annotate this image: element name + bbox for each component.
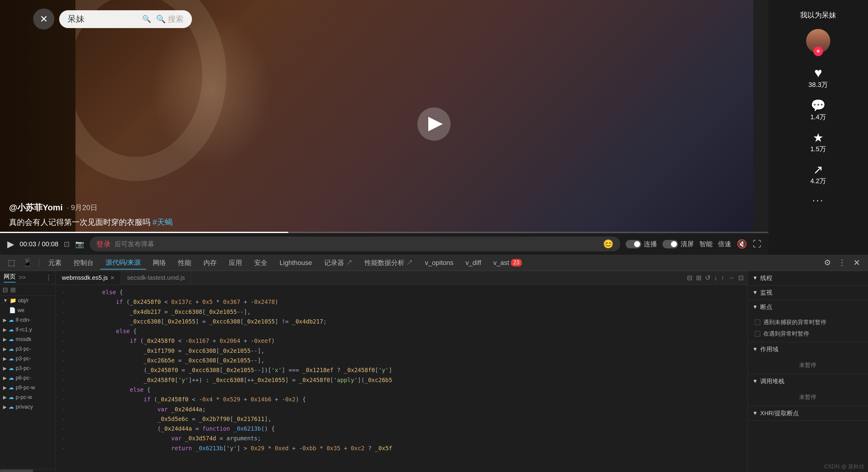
tab-lighthouse[interactable]: Lighthouse <box>274 257 317 269</box>
tab-memory[interactable]: 内存 <box>198 256 222 269</box>
scope-header[interactable]: ▼ 作用域 <box>748 342 868 356</box>
breakpoint-option-1[interactable]: 遇到未捕获的异常时暂停 <box>755 317 861 328</box>
volume-icon[interactable]: 🔇 <box>737 239 747 249</box>
tab-application[interactable]: 应用 <box>223 256 247 269</box>
threads-header[interactable]: ▼ 线程 <box>748 271 868 285</box>
connect-label: 连播 <box>644 240 657 249</box>
emoji-button[interactable]: 😊 <box>603 239 614 249</box>
tab-performance[interactable]: 性能 <box>173 256 197 269</box>
time-display: 00:03 / 00:08 <box>20 240 58 248</box>
tree-more-icon[interactable]: ⋮ <box>45 274 52 282</box>
comment-action[interactable]: 💬 1.4万 <box>810 98 826 122</box>
smart-label: 智能 <box>699 240 713 249</box>
file-item-p3-1[interactable]: ▶ ☁ p3-pc- <box>0 344 56 354</box>
hashtag: #天蝎 <box>152 218 172 227</box>
screenshot-icon[interactable]: ⊡ <box>64 240 70 248</box>
scope-section: ▼ 作用域 未暂停 <box>748 342 868 374</box>
code-editor[interactable]: - else { - if (_0x2458f0 < 0x137c + 0x5 … <box>56 285 747 472</box>
fullscreen-button[interactable]: ⛶ <box>753 239 761 249</box>
clear-toggle[interactable] <box>662 240 678 248</box>
like-action[interactable]: ♥ 38.3万 <box>809 65 828 89</box>
file-tree-header: 网页 >> ⋮ <box>0 271 56 284</box>
error-badge: 23 <box>511 259 522 266</box>
source-tab-secsdk[interactable]: secsdk-lastest.umd.js <box>121 271 191 285</box>
more-tabs-icon[interactable]: ⋮ <box>835 257 849 269</box>
file-item-privacy[interactable]: ▶ ☁ privacy <box>0 402 56 412</box>
file-item-mssdk[interactable]: ▶ ☁ mssdk <box>0 335 56 344</box>
tab-network[interactable]: 网络 <box>147 256 172 269</box>
tab-perf-analysis[interactable]: 性能数据分析 ↗ <box>359 256 418 269</box>
devtools-tabbar: ⬚ 📱 元素 控制台 源代码/来源 网络 性能 内存 应用 安全 Lightho… <box>0 255 868 271</box>
camera-icon[interactable]: 📷 <box>75 240 84 248</box>
monitor-header[interactable]: ▼ 监视 <box>748 285 868 300</box>
tab-v-diff[interactable]: v_diff <box>460 257 487 269</box>
more-pages-button[interactable]: >> <box>19 274 26 281</box>
file-item-lf-cdn[interactable]: ▶ ☁ lf-cdn- <box>0 315 56 325</box>
tab-sources[interactable]: 源代码/来源 <box>100 256 146 270</box>
star-action[interactable]: ★ 1.5万 <box>810 131 826 154</box>
file-item-p9[interactable]: ▶ ☁ p9-pc-w <box>0 383 56 392</box>
search-input[interactable] <box>68 14 137 24</box>
step-up-icon[interactable]: ↑ <box>721 274 724 282</box>
search-button[interactable]: 🔍 搜索 <box>156 14 184 25</box>
device-icon[interactable]: 📱 <box>20 257 35 269</box>
step-down-icon[interactable]: ↓ <box>714 274 717 282</box>
file-item-p3-2[interactable]: ▶ ☁ p3-pc- <box>0 354 56 364</box>
refresh-icon[interactable]: ↺ <box>705 274 710 282</box>
tab-console[interactable]: 控制台 <box>68 256 99 269</box>
xhr-header[interactable]: ▼ XHR/提取断点 <box>748 406 868 420</box>
share-count: 4.2万 <box>810 177 826 186</box>
code-line-12: - if (_0x2458f0 < -0x4 * 0x529 + 0x14b6 … <box>56 395 747 404</box>
checkbox-2[interactable] <box>755 331 760 337</box>
tab-recorder[interactable]: 记录器 ↗ <box>319 256 358 269</box>
watermark: CSDN @ 菜秋丝 <box>824 463 864 470</box>
sidebar-toggle-icon[interactable]: ⊟ <box>2 286 8 294</box>
connect-toggle[interactable] <box>626 240 641 248</box>
file-item-we[interactable]: 📄 we <box>0 306 56 315</box>
speed-label: 倍速 <box>718 240 731 249</box>
split-vertical-icon[interactable]: ⊞ <box>696 274 702 282</box>
video-section: ✕ 🔍 🔍 搜索 @小苏菲Yomi · 9月20日 真的会有人记得第一次见面时穿… <box>0 0 868 255</box>
more-action[interactable]: ··· <box>812 195 824 206</box>
breakpoints-content: 遇到未捕获的异常时暂停 在遇到异常时暂停 <box>748 314 868 342</box>
share-action[interactable]: ↗ 4.2万 <box>810 163 826 186</box>
avatar-container: + <box>806 29 830 53</box>
close-devtools-button[interactable]: ✕ <box>850 256 863 269</box>
tab-close-1[interactable]: ✕ <box>110 275 115 281</box>
checkbox-1[interactable] <box>755 320 760 325</box>
step-forward-icon[interactable]: → <box>728 274 735 282</box>
play-button[interactable] <box>417 107 451 140</box>
tab-elements[interactable]: 元素 <box>43 256 67 269</box>
code-line-2: - if (_0x2458f0 < 0x137c + 0x5 * 0x367 +… <box>56 297 747 307</box>
xhr-arrow: ▼ <box>752 410 758 416</box>
video-info: @小苏菲Yomi · 9月20日 真的会有人记得第一次见面时穿的衣服吗 #天蝎 <box>9 202 173 227</box>
new-tab-icon[interactable]: ⊞ <box>10 286 16 294</box>
call-stack-header[interactable]: ▼ 调用堆栈 <box>748 374 868 388</box>
connect-toggle-wrap: 连播 <box>626 240 657 249</box>
inspect-icon[interactable]: ⬚ <box>5 257 19 269</box>
close-button[interactable]: ✕ <box>33 8 54 30</box>
tab-v-options[interactable]: v_opitons <box>420 257 459 269</box>
page-tab-webpage[interactable]: 网页 <box>4 273 16 282</box>
login-link[interactable]: 登录 <box>96 239 111 249</box>
follow-badge[interactable]: + <box>813 46 823 56</box>
tab-security[interactable]: 安全 <box>249 256 273 269</box>
breakpoint-option-2[interactable]: 在遇到异常时暂停 <box>755 328 861 340</box>
file-item-obj[interactable]: ▼ 📁 obj/r <box>0 296 56 306</box>
code-line-16: - var _0x3d574d = arguments; <box>56 433 747 443</box>
tab-v-ast[interactable]: v_ast 23 <box>488 257 527 269</box>
play-pause-button[interactable]: ▶ <box>7 239 14 249</box>
xhr-section: ▼ XHR/提取断点 <box>748 406 868 421</box>
code-line-15: - (_0x24d44a = function _0x6213b() { <box>56 424 747 433</box>
breakpoints-header[interactable]: ▼ 断点 <box>748 300 868 314</box>
file-item-p3-3[interactable]: ▶ ☁ p3-pc- <box>0 364 56 373</box>
split-editor-icon[interactable]: ⊟ <box>687 274 692 282</box>
file-item-p-pc[interactable]: ▶ ☁ p-pc-w <box>0 392 56 402</box>
format-icon[interactable]: ⊡ <box>738 274 744 282</box>
source-tab-webmssdk[interactable]: webmssdk.es5.js ✕ <box>56 271 121 285</box>
comment-icon: 💬 <box>811 98 826 113</box>
file-item-p6[interactable]: ▶ ☁ p6-pc- <box>0 373 56 383</box>
file-item-lf-rc1[interactable]: ▶ ☁ lf-rc1.y <box>0 325 56 335</box>
settings-icon[interactable]: ⚙ <box>821 257 834 269</box>
more-icon: ··· <box>812 195 824 206</box>
